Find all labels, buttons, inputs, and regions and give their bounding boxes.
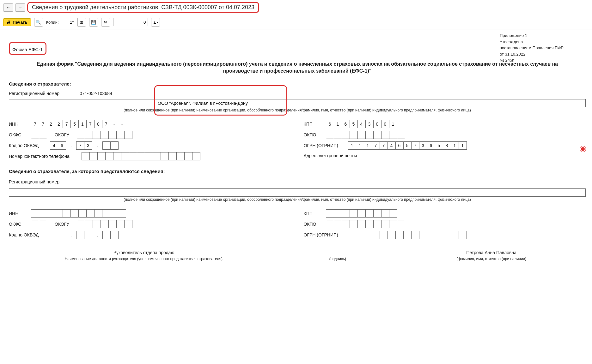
email-button[interactable]: ✉ xyxy=(101,18,110,27)
cell[interactable] xyxy=(50,231,58,239)
cell[interactable] xyxy=(77,220,85,228)
inn2-cells[interactable] xyxy=(31,209,126,218)
cell[interactable]: 7 xyxy=(63,120,71,128)
cell[interactable]: 1 xyxy=(459,141,467,150)
cell[interactable]: 5 xyxy=(435,141,443,150)
kpp-cells[interactable]: 616543001 xyxy=(326,120,397,128)
okved2-2-cells[interactable] xyxy=(76,231,92,239)
cell[interactable]: 1 xyxy=(78,120,87,128)
cell[interactable] xyxy=(93,220,101,228)
cell[interactable] xyxy=(63,209,71,218)
cell[interactable] xyxy=(334,220,342,228)
cell[interactable] xyxy=(116,220,125,228)
cell[interactable] xyxy=(102,141,111,150)
cell[interactable] xyxy=(373,131,381,139)
okpo2-cells[interactable] xyxy=(326,220,405,228)
cell[interactable] xyxy=(101,220,109,228)
cell[interactable]: 0 xyxy=(373,120,381,128)
cell[interactable] xyxy=(89,152,98,160)
cell[interactable] xyxy=(102,231,111,239)
cell[interactable] xyxy=(373,220,381,228)
cell[interactable]: 1 xyxy=(389,120,397,128)
cell[interactable]: 0 xyxy=(381,120,389,128)
cell[interactable] xyxy=(364,231,372,239)
cell[interactable] xyxy=(145,152,153,160)
cell[interactable] xyxy=(84,231,92,239)
copies-spinner[interactable]: ▲▼ xyxy=(72,20,74,24)
okfs2-cells[interactable] xyxy=(31,220,47,228)
cell[interactable]: 3 xyxy=(84,141,92,150)
cell[interactable] xyxy=(76,231,84,239)
cell[interactable] xyxy=(176,152,185,160)
cell[interactable] xyxy=(113,152,121,160)
okfs-cells[interactable] xyxy=(31,131,47,139)
cell[interactable] xyxy=(373,209,381,218)
cell[interactable] xyxy=(326,131,334,139)
cell[interactable] xyxy=(334,131,342,139)
cell[interactable] xyxy=(427,231,435,239)
cell[interactable]: 1 xyxy=(356,141,364,150)
cell[interactable]: 0 xyxy=(94,120,102,128)
cell[interactable]: 2 xyxy=(47,120,55,128)
cell[interactable]: 1 xyxy=(348,141,356,150)
numeric-input[interactable] xyxy=(113,18,148,26)
cell[interactable]: 4 xyxy=(388,141,396,150)
cell[interactable] xyxy=(357,209,366,218)
cell[interactable]: 7 xyxy=(411,141,419,150)
cell[interactable] xyxy=(110,231,119,239)
settings-button[interactable]: ▦ xyxy=(77,18,86,27)
cell[interactable] xyxy=(192,152,200,160)
cell[interactable]: 6 xyxy=(326,120,334,128)
cell[interactable] xyxy=(168,152,177,160)
cell[interactable] xyxy=(85,131,93,139)
cell[interactable] xyxy=(31,220,39,228)
cell[interactable]: 3 xyxy=(419,141,427,150)
cell[interactable]: 7 xyxy=(380,141,388,150)
cell[interactable] xyxy=(93,131,101,139)
cell[interactable]: 1 xyxy=(451,141,459,150)
cell[interactable] xyxy=(365,131,374,139)
cell[interactable] xyxy=(443,231,451,239)
cell[interactable] xyxy=(380,231,388,239)
cell[interactable] xyxy=(129,152,137,160)
cell[interactable] xyxy=(411,231,419,239)
org-name-input[interactable] xyxy=(9,99,586,107)
cell[interactable]: - xyxy=(118,120,126,128)
cell[interactable] xyxy=(94,209,102,218)
org-name2-input[interactable] xyxy=(9,188,586,197)
cell[interactable] xyxy=(350,209,358,218)
phone-cells[interactable] xyxy=(82,152,200,160)
cell[interactable] xyxy=(101,131,109,139)
inn-cells[interactable]: 7722751707-- xyxy=(31,120,126,128)
cell[interactable] xyxy=(102,209,110,218)
cell[interactable] xyxy=(381,220,389,228)
cell[interactable] xyxy=(47,209,55,218)
cell[interactable] xyxy=(381,209,389,218)
cell[interactable] xyxy=(350,220,358,228)
cell[interactable] xyxy=(108,220,117,228)
print-button[interactable]: 🖨 Печать xyxy=(3,18,31,26)
cell[interactable] xyxy=(124,220,132,228)
preview-button[interactable]: 🔍 xyxy=(34,18,43,27)
cell[interactable] xyxy=(381,131,389,139)
okved1-cells[interactable]: 46 xyxy=(50,141,66,150)
cell[interactable] xyxy=(389,209,397,218)
cell[interactable]: 7 xyxy=(31,120,39,128)
save-button[interactable]: 💾 xyxy=(89,18,98,27)
cell[interactable] xyxy=(116,131,125,139)
cell[interactable] xyxy=(55,209,63,218)
cell[interactable] xyxy=(121,152,129,160)
cell[interactable] xyxy=(70,209,79,218)
cell[interactable] xyxy=(108,131,117,139)
cell[interactable] xyxy=(451,231,459,239)
cell[interactable]: 7 xyxy=(39,120,47,128)
cell[interactable] xyxy=(388,231,396,239)
cell[interactable] xyxy=(86,209,95,218)
cell[interactable] xyxy=(77,131,85,139)
cell[interactable] xyxy=(365,220,374,228)
cell[interactable] xyxy=(389,131,397,139)
cell[interactable] xyxy=(184,152,192,160)
okved2-cells[interactable]: 73 xyxy=(76,141,92,150)
cell[interactable] xyxy=(357,220,366,228)
cell[interactable]: 3 xyxy=(365,120,374,128)
